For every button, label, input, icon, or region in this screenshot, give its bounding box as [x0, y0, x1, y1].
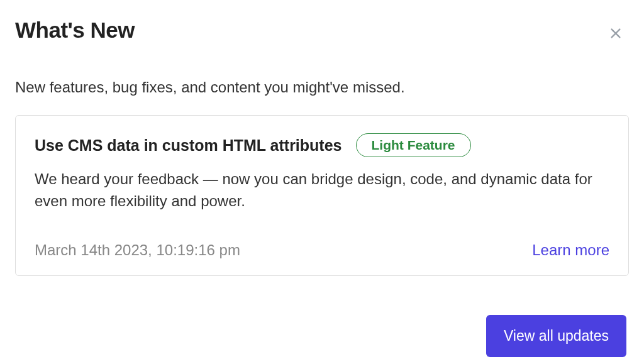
modal-title: What's New [15, 18, 135, 43]
feature-badge: Light Feature [356, 133, 471, 157]
learn-more-link[interactable]: Learn more [532, 241, 609, 259]
modal-subtitle: New features, bug fixes, and content you… [15, 79, 629, 96]
close-button[interactable] [606, 24, 625, 45]
card-description: We heard your feedback — now you can bri… [35, 168, 609, 212]
view-all-updates-button[interactable]: View all updates [486, 315, 626, 357]
modal-header: What's New [15, 18, 629, 45]
update-card: Use CMS data in custom HTML attributes L… [15, 115, 629, 276]
card-title: Use CMS data in custom HTML attributes [35, 136, 342, 155]
card-timestamp: March 14th 2023, 10:19:16 pm [35, 241, 240, 259]
modal-footer: View all updates [15, 315, 629, 357]
close-icon [609, 26, 623, 42]
card-footer: March 14th 2023, 10:19:16 pm Learn more [35, 241, 609, 259]
card-header: Use CMS data in custom HTML attributes L… [35, 133, 609, 157]
